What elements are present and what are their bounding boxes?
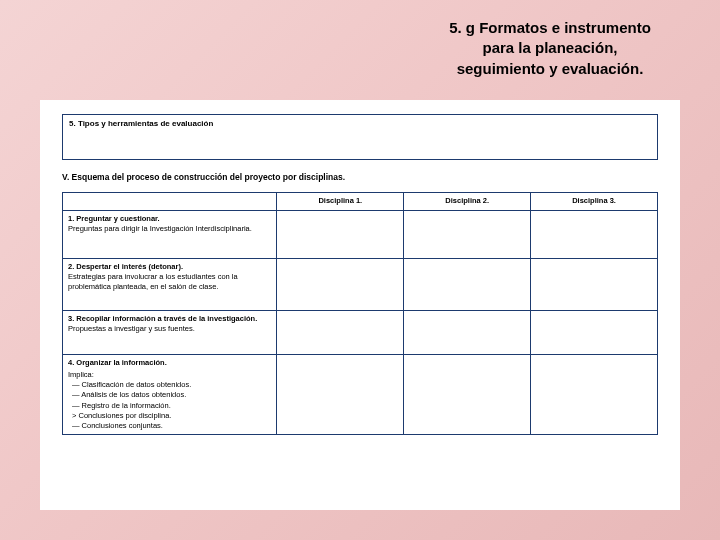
row-3-sub: Propuestas a investigar y sus fuentes. [68,324,271,334]
header-empty [63,193,277,211]
section-v-heading: V. Esquema del proceso de construcción d… [62,172,658,182]
cell-empty [531,355,658,435]
row-2-label: 2. Despertar el interés (detonar). [68,262,271,272]
title-line-1: 5. g Formatos e instrumento [410,18,690,38]
cell-empty [531,311,658,355]
row-1-sub: Preguntas para dirigir la Investigación … [68,224,271,234]
row-3-label-cell: 3. Recopilar información a través de la … [63,311,277,355]
row-4-bullet: — Clasificación de datos obtenidos. [68,380,271,390]
cell-empty [277,311,404,355]
table-row: 4. Organizar la información. Implica: — … [63,355,658,435]
title-line-3: seguimiento y evaluación. [410,59,690,79]
row-2-sub: Estrategias para involucrar a los estudi… [68,272,271,292]
row-3-label: 3. Recopilar información a través de la … [68,314,271,324]
header-disciplina-3: Disciplina 3. [531,193,658,211]
row-4-bullet: — Registro de la información. [68,401,271,411]
row-4-label-cell: 4. Organizar la información. Implica: — … [63,355,277,435]
box-item-5-label: 5. Tipos y herramientas de evaluación [69,119,213,128]
cell-empty [404,355,531,435]
header-disciplina-2: Disciplina 2. [404,193,531,211]
row-2-label-cell: 2. Despertar el interés (detonar). Estra… [63,259,277,311]
box-item-5: 5. Tipos y herramientas de evaluación [62,114,658,160]
row-1-label: 1. Preguntar y cuestionar. [68,214,271,224]
row-1-label-cell: 1. Preguntar y cuestionar. Preguntas par… [63,211,277,259]
cell-empty [404,211,531,259]
table-row: 1. Preguntar y cuestionar. Preguntas par… [63,211,658,259]
table-row: 2. Despertar el interés (detonar). Estra… [63,259,658,311]
cell-empty [531,259,658,311]
table-row: 3. Recopilar información a través de la … [63,311,658,355]
row-4-label: 4. Organizar la información. [68,358,271,368]
row-4-implies: Implica: [68,370,271,380]
cell-empty [531,211,658,259]
row-4-bullet: > Conclusiones por disciplina. [68,411,271,421]
table-header-row: Disciplina 1. Disciplina 2. Disciplina 3… [63,193,658,211]
cell-empty [404,311,531,355]
header-disciplina-1: Disciplina 1. [277,193,404,211]
row-4-bullet: — Análisis de los datos obtenidos. [68,390,271,400]
cell-empty [277,355,404,435]
cell-empty [404,259,531,311]
cell-empty [277,259,404,311]
slide-title: 5. g Formatos e instrumento para la plan… [410,18,690,79]
row-4-bullet: — Conclusiones conjuntas. [68,421,271,431]
cell-empty [277,211,404,259]
title-line-2: para la planeación, [410,38,690,58]
document-page: 5. Tipos y herramientas de evaluación V.… [40,100,680,510]
process-table: Disciplina 1. Disciplina 2. Disciplina 3… [62,192,658,435]
